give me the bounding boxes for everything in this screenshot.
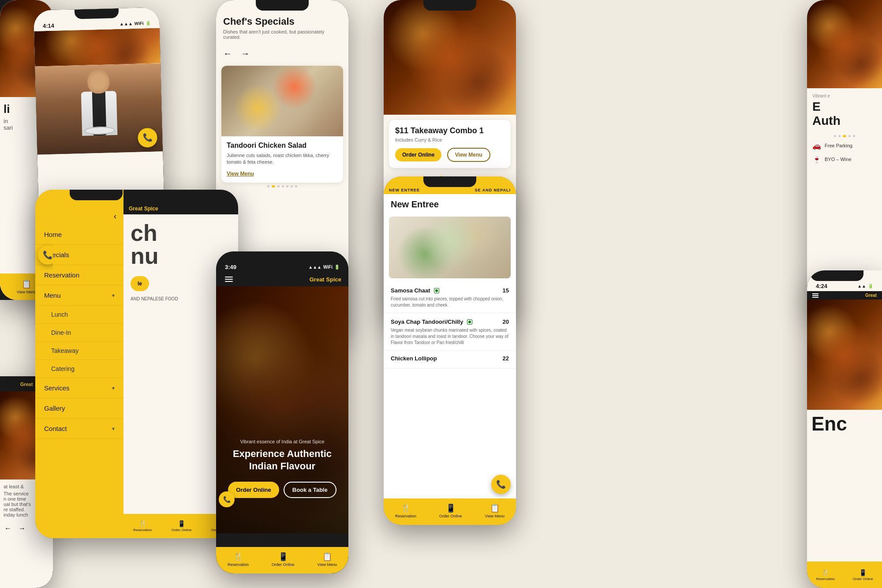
soya-price: 20 [503, 318, 509, 325]
menu-item-reservation[interactable]: Reservation [35, 265, 123, 285]
phone7-logo: Great Spice [129, 206, 158, 212]
phone8-time: 3:49 [225, 264, 236, 270]
phone10-topbar: Great [807, 291, 882, 300]
nav-order-9[interactable]: 📱 Order Online [439, 503, 462, 518]
soya-name-text: Soya Chap Tandoori/Chilly [391, 318, 463, 325]
entree-title: New Entree [391, 199, 509, 210]
soya-name: Soya Chap Tandoori/Chilly [391, 318, 472, 326]
phone7-logo-bar: Great Spice [123, 190, 238, 214]
phone7-fab[interactable]: 📞 [219, 491, 235, 507]
view-menu-link-3[interactable]: View Menu [227, 171, 254, 177]
phone8-hero-text: Vibrant essence of India at Great Spice … [216, 439, 348, 498]
phone10-bottom-nav: 🍴 Reservation 📱 Order Online [807, 562, 882, 588]
phone2-food-top [34, 28, 161, 66]
btn-book-table-8[interactable]: Book a Table [284, 482, 336, 498]
phone10-logo: Great [865, 293, 877, 298]
phone5-subtitle: Auth [812, 114, 877, 128]
entree-badge: NEW ENTREE [389, 188, 420, 192]
dish-card-body: Tandoori Chicken Salad Julienne cuts sal… [221, 136, 343, 183]
dish-desc: Julienne cuts salads, roast chicken tikk… [227, 152, 338, 166]
soya-desc: Vegan meat soybean chunks marinated with… [391, 327, 509, 346]
phone8-status: ▲▲▲WiFi🔋 [308, 265, 340, 270]
chevron-contact: ▾ [112, 426, 115, 432]
arrow-left-6[interactable]: ← [4, 524, 11, 532]
book-table-btn-partial[interactable]: le [131, 276, 149, 291]
menu-item-menu[interactable]: Menu ▾ [35, 285, 123, 306]
dot-4 [282, 185, 284, 187]
nav-order-8[interactable]: 📱 Order Online [272, 552, 295, 567]
nav-res-8[interactable]: 🍴 Reservation [228, 552, 249, 567]
chicken-header: Chicken Lollipop 22 [391, 355, 509, 362]
entree-badge-right: SE AND NEPALI [475, 188, 511, 192]
phone9-entree-img [389, 217, 511, 278]
byo-wine: 🍷 BYO – Wine [807, 153, 882, 166]
dish-card-tandoori: Tandoori Chicken Salad Julienne cuts sal… [221, 66, 343, 183]
phone3-nav-arrows: ← → [223, 45, 341, 62]
phone-7-menu: ‹ Home Specials Reservation Menu ▾ Lunch… [35, 190, 238, 538]
dish-item-chicken: Chicken Lollipop 22 [384, 351, 516, 368]
nav-res-9[interactable]: 🍴 Reservation [395, 503, 416, 518]
phone9-dish-list: Samosa Chaat 15 Fried samosa cut into pi… [384, 282, 516, 368]
phone5-dots [807, 133, 882, 139]
arrow-right-6[interactable]: → [19, 524, 26, 532]
phone2-chef-img: 📞 [35, 63, 163, 154]
phone-8-hero: 3:49 ▲▲▲WiFi🔋 Great Spice Vibrant essenc… [216, 251, 348, 573]
dish-name: Tandoori Chicken Salad [227, 142, 338, 150]
phone-10-partial: 4:24 ▲▲🔋 Great Enc 🍴 Reservation [807, 270, 882, 588]
arrow-right-3[interactable]: → [241, 49, 250, 59]
samosa-veg-icon [434, 288, 439, 293]
combo-sub: Includes Curry & Rice [395, 137, 505, 142]
phone9-fab[interactable]: 📞 [491, 475, 511, 494]
samosa-name-text: Samosa Chaat [391, 287, 430, 294]
nav-menu-8[interactable]: 📋 View Menu [318, 552, 337, 567]
chevron-services: ▾ [112, 385, 115, 391]
menu-sub-catering[interactable]: Catering [35, 360, 123, 378]
nav-order-7[interactable]: 📱 Order Online [172, 520, 192, 532]
btn-view-menu-4[interactable]: View Menu [447, 148, 490, 162]
menu-sub-lunch[interactable]: Lunch [35, 306, 123, 324]
chicken-name: Chicken Lollipop [391, 355, 437, 362]
btn-order-online-8[interactable]: Order Online [228, 482, 279, 498]
phone5-vibrant: Vibrant e [812, 94, 877, 98]
soya-header: Soya Chap Tandoori/Chilly 20 [391, 318, 509, 326]
phone9-header: New Entree [384, 194, 516, 217]
menu-sub-takeaway[interactable]: Takeaway [35, 342, 123, 360]
nav-res-10[interactable]: 🍴 Reservation [816, 569, 835, 581]
phone5-food-img [807, 0, 882, 88]
menu-item-contact[interactable]: Contact ▾ [35, 419, 123, 439]
menu-item-home[interactable]: Home [35, 225, 123, 245]
samosa-price: 15 [503, 287, 509, 294]
phone8-logo: Great Spice [310, 276, 341, 283]
samosa-desc: Fried samosa cut into pieces, topped wit… [391, 296, 509, 308]
btn-order-online-4[interactable]: Order Online [395, 148, 441, 161]
combo-title: $11 Takeaway Combo 1 [395, 126, 505, 135]
hamburger-menu-8[interactable] [223, 275, 235, 284]
chicken-price: 22 [503, 355, 509, 362]
phone3-dots [216, 183, 348, 190]
dish-card-img [221, 66, 343, 136]
chefs-specials-subtitle: Dishes that aren't just cooked, but pass… [223, 29, 341, 40]
phone10-status: ▲▲🔋 [857, 284, 873, 288]
combo-buttons: Order Online View Menu [395, 148, 505, 162]
dot-1 [267, 185, 269, 187]
dot-2[interactable] [272, 185, 275, 187]
nav-order-10[interactable]: 📱 Order Online [853, 569, 873, 581]
menu-sub-dinein[interactable]: Dine-In [35, 324, 123, 342]
samosa-name: Samosa Chaat [391, 286, 439, 294]
menu-item-gallery[interactable]: Gallery [35, 398, 123, 419]
sidebar-menu: ‹ Home Specials Reservation Menu ▾ Lunch… [35, 190, 123, 538]
nav-view-menu[interactable]: 📋 View Menu [17, 279, 36, 294]
nav-res-7[interactable]: 🍴 Reservation [133, 520, 152, 532]
dot-6 [291, 185, 293, 187]
nav-menu-9[interactable]: 📋 View Menu [485, 503, 505, 518]
phone2-time: 4:14 [43, 22, 54, 30]
phone8-hero: Vibrant essence of India at Great Spice … [216, 286, 348, 533]
menu-item-services[interactable]: Services ▾ [35, 378, 123, 398]
free-parking: 🚗 Free Parking [807, 139, 882, 153]
arrow-left-3[interactable]: ← [223, 49, 232, 59]
hamburger-10[interactable] [812, 293, 818, 298]
dish-item-soya: Soya Chap Tandoori/Chilly 20 Vegan meat … [384, 313, 516, 351]
takeaway-card: $11 Takeaway Combo 1 Includes Curry & Ri… [389, 120, 511, 168]
phone10-food-img [807, 300, 882, 410]
sidebar-close-icon[interactable]: ‹ [114, 212, 116, 221]
